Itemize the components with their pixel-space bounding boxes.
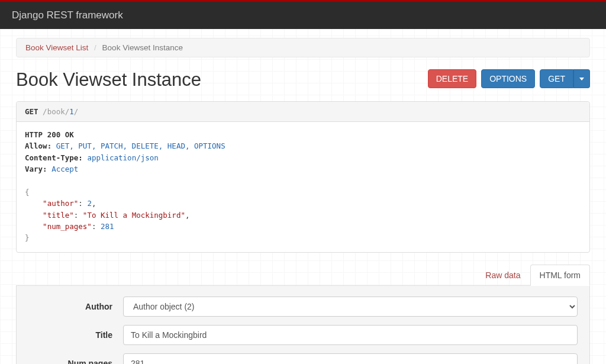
response-panel: GET /book/1/ HTTP 200 OK Allow: GET, PUT… bbox=[16, 101, 590, 253]
breadcrumb: Book Viewset List / Book Viewset Instanc… bbox=[16, 38, 590, 57]
allow-header-value: GET, PUT, PATCH, DELETE, HEAD, OPTIONS bbox=[56, 141, 225, 150]
page-title: Book Viewset Instance bbox=[16, 69, 201, 91]
form-tabs: Raw data HTML form bbox=[16, 265, 590, 286]
request-method: GET bbox=[25, 107, 38, 116]
caret-down-icon bbox=[579, 78, 584, 80]
get-button[interactable]: GET bbox=[540, 69, 573, 88]
allow-header-label: Allow: bbox=[25, 141, 51, 150]
breadcrumb-separator: / bbox=[94, 43, 96, 52]
numpages-label: Num pages bbox=[28, 359, 123, 364]
tab-html-form[interactable]: HTML form bbox=[530, 265, 590, 286]
title-input[interactable] bbox=[123, 325, 578, 345]
options-button[interactable]: OPTIONS bbox=[481, 69, 535, 88]
action-buttons: DELETE OPTIONS GET bbox=[428, 69, 590, 88]
request-path-suffix: / bbox=[74, 107, 79, 116]
content-type-header-label: Content-Type: bbox=[25, 153, 83, 162]
title-label: Title bbox=[28, 330, 123, 340]
json-title-value: "To Kill a Mockingbird" bbox=[83, 211, 185, 220]
response-body: HTTP 200 OK Allow: GET, PUT, PATCH, DELE… bbox=[17, 122, 589, 252]
breadcrumb-active: Book Viewset Instance bbox=[102, 43, 183, 52]
breadcrumb-link[interactable]: Book Viewset List bbox=[25, 43, 88, 52]
html-form-panel: Author Author object (2) Title Num pages… bbox=[16, 286, 590, 364]
delete-button[interactable]: DELETE bbox=[428, 69, 476, 88]
json-author-value: 2 bbox=[87, 199, 92, 208]
numpages-input[interactable] bbox=[123, 353, 578, 364]
author-label: Author bbox=[28, 302, 123, 311]
get-button-group: GET bbox=[540, 69, 590, 88]
content-type-header-value: application/json bbox=[87, 153, 158, 162]
request-path-prefix: /book/ bbox=[43, 107, 69, 116]
tab-raw-data[interactable]: Raw data bbox=[476, 265, 530, 286]
navbar-brand[interactable]: Django REST framework bbox=[12, 9, 123, 21]
json-numpages-key: "num_pages" bbox=[43, 222, 92, 231]
json-title-key: "title" bbox=[43, 211, 74, 220]
request-id: 1 bbox=[69, 107, 74, 116]
json-author-key: "author" bbox=[43, 199, 78, 208]
navbar: Django REST framework bbox=[0, 0, 606, 29]
json-numpages-value: 281 bbox=[101, 222, 114, 231]
get-dropdown-toggle[interactable] bbox=[573, 69, 590, 88]
status-line: HTTP 200 OK bbox=[25, 130, 74, 139]
request-line: GET /book/1/ bbox=[17, 102, 589, 122]
author-select[interactable]: Author object (2) bbox=[123, 297, 578, 317]
vary-header-label: Vary: bbox=[25, 165, 47, 173]
vary-header-value: Accept bbox=[51, 165, 78, 173]
